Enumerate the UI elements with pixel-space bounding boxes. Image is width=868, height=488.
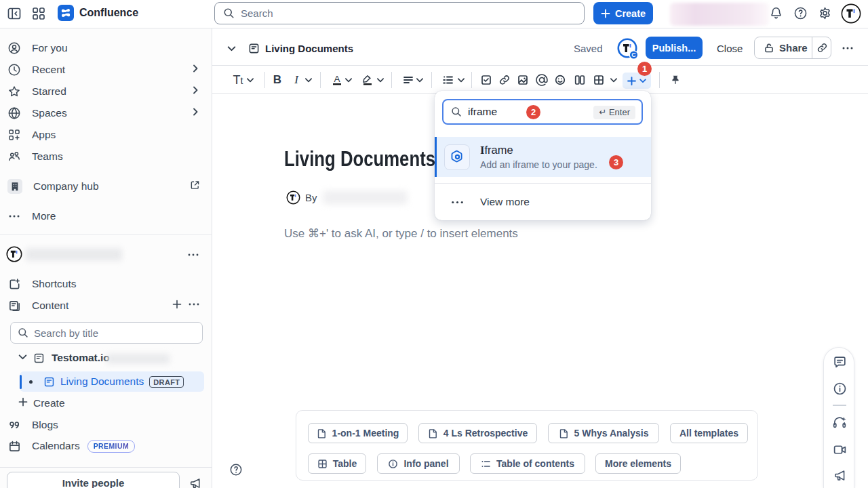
svg-text:A: A bbox=[334, 74, 340, 84]
svg-text:C: C bbox=[631, 52, 636, 58]
